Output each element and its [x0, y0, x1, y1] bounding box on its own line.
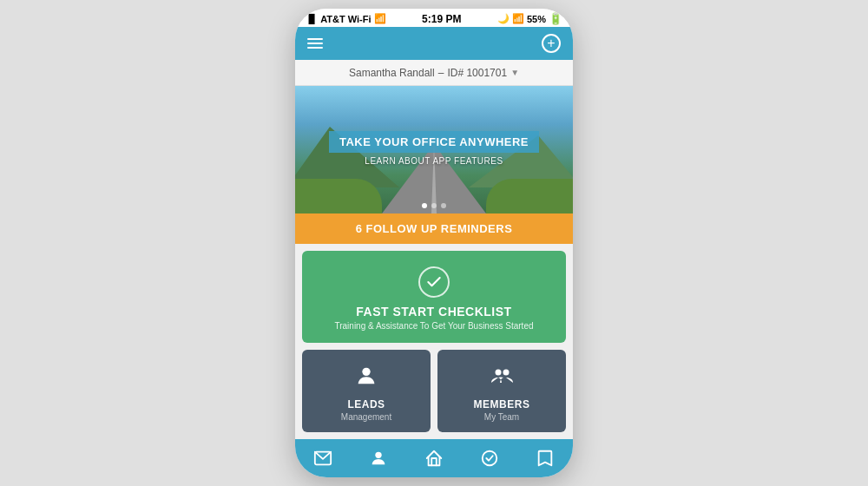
leads-icon — [354, 364, 378, 391]
nav-bar: + — [295, 27, 573, 60]
svg-point-5 — [483, 450, 497, 465]
tab-home[interactable] — [406, 445, 462, 472]
hero-title: TAKE YOUR OFFICE ANYWHERE — [339, 135, 529, 148]
leads-subtitle: Management — [341, 412, 391, 422]
tab-bookmark[interactable] — [517, 445, 573, 472]
main-content: TAKE YOUR OFFICE ANYWHERE LEARN ABOUT AP… — [295, 86, 573, 439]
grass-left — [295, 179, 382, 213]
bottom-grid: LEADS Management MEMBERS My Team — [302, 350, 566, 432]
svg-point-1 — [496, 370, 502, 376]
hero-banner[interactable]: TAKE YOUR OFFICE ANYWHERE LEARN ABOUT AP… — [295, 86, 573, 213]
battery-label: 55% — [527, 14, 546, 24]
dot-3 — [441, 203, 446, 208]
user-name: Samantha Randall — [349, 67, 435, 79]
user-separator: – — [438, 67, 444, 79]
chevron-down-icon: ▼ — [510, 68, 519, 77]
status-bar: ▐▌ AT&T Wi-Fi 📶 5:19 PM 🌙 📶 55% 🔋 — [295, 9, 573, 27]
checklist-title: FAST START CHECKLIST — [356, 305, 511, 319]
user-bar[interactable]: Samantha Randall – ID# 1001701 ▼ — [295, 60, 573, 86]
svg-point-2 — [503, 370, 510, 376]
checklist-card[interactable]: FAST START CHECKLIST Training & Assistan… — [302, 251, 566, 343]
hamburger-button[interactable] — [307, 38, 323, 49]
hero-subtitle: LEARN ABOUT APP FEATURES — [309, 156, 559, 166]
battery-icon: 🔋 — [549, 12, 562, 25]
bluetooth-icon: 📶 — [512, 13, 524, 24]
status-left: ▐▌ AT&T Wi-Fi 📶 — [306, 13, 386, 24]
dot-2 — [431, 203, 437, 208]
members-subtitle: My Team — [484, 412, 519, 422]
user-id: ID# 1001701 — [447, 67, 507, 79]
status-right: 🌙 📶 55% 🔋 — [497, 12, 562, 25]
followup-banner[interactable]: 6 FOLLOW UP REMINDERS — [295, 213, 573, 244]
tab-person[interactable] — [351, 445, 406, 472]
members-icon — [490, 364, 514, 391]
dot-1 — [422, 203, 427, 208]
hero-text-container: TAKE YOUR OFFICE ANYWHERE LEARN ABOUT AP… — [309, 131, 559, 166]
members-card[interactable]: MEMBERS My Team — [437, 350, 566, 432]
hero-title-box: TAKE YOUR OFFICE ANYWHERE — [329, 131, 539, 153]
leads-title: LEADS — [347, 398, 385, 410]
time-label: 5:19 PM — [422, 13, 461, 25]
checklist-subtitle: Training & Assistance To Get Your Busine… — [334, 321, 533, 331]
add-button[interactable]: + — [542, 34, 561, 53]
leads-card[interactable]: LEADS Management — [302, 350, 431, 432]
moon-icon: 🌙 — [497, 13, 510, 24]
tab-check[interactable] — [462, 445, 517, 472]
wifi-icon: 📶 — [374, 13, 386, 24]
svg-point-0 — [362, 368, 370, 376]
grass-right — [486, 179, 573, 213]
members-title: MEMBERS — [474, 398, 530, 410]
svg-point-4 — [375, 451, 381, 457]
check-icon — [418, 266, 450, 298]
carrier-label: AT&T Wi-Fi — [320, 14, 371, 24]
phone-wrapper: ▐▌ AT&T Wi-Fi 📶 5:19 PM 🌙 📶 55% 🔋 + Sama… — [295, 9, 573, 477]
tab-bar — [295, 439, 573, 477]
carousel-dots — [422, 203, 446, 208]
signal-icon: ▐▌ — [306, 14, 318, 23]
tab-mail[interactable] — [295, 445, 351, 472]
